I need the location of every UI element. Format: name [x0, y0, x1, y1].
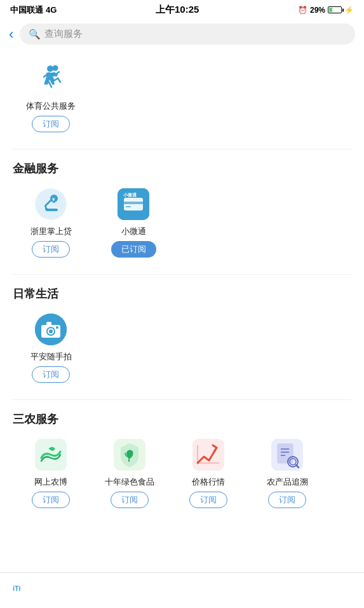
- svg-point-16: [56, 326, 58, 329]
- svg-rect-7: [124, 202, 143, 204]
- section-sannong: 三农服务: [13, 411, 351, 508]
- list-item: 农产品追溯 订阅: [249, 437, 325, 508]
- nongchanpin-zhuisu-icon: [269, 437, 305, 473]
- zhangli-loan-icon: ¥: [33, 186, 69, 222]
- daily-title: 日常生活: [13, 286, 351, 301]
- svg-point-2: [36, 189, 66, 219]
- list-item: 网上农博 订阅: [13, 437, 89, 508]
- bottom-bar: iTi: [0, 572, 364, 608]
- xiaoweitong-subscribed-button[interactable]: 已订阅: [111, 241, 156, 258]
- svg-rect-8: [126, 206, 131, 207]
- search-icon: 🔍: [29, 29, 41, 40]
- back-button[interactable]: ‹: [9, 27, 13, 41]
- svg-text:¥: ¥: [52, 197, 55, 202]
- nongchanpin-zhuisu-name: 农产品追溯: [267, 476, 308, 488]
- jiage-hangqing-name: 价格行情: [192, 476, 225, 488]
- xiaoweitong-name: 小微通: [121, 226, 146, 237]
- shinian-lvseshi-subscribe-button[interactable]: 订阅: [111, 492, 149, 508]
- svg-rect-15: [46, 322, 51, 326]
- sports-public-icon: [33, 61, 69, 97]
- main-content: 体育公共服务 订阅 金融服务 ¥: [0, 61, 364, 559]
- wangshang-nongbo-icon: [33, 437, 69, 473]
- sannong-title: 三农服务: [13, 411, 351, 427]
- nav-bar: ‹ 🔍 查询服务: [0, 18, 364, 50]
- divider-sannong: [13, 399, 351, 400]
- section-sports: 体育公共服务 订阅: [13, 61, 351, 137]
- bottom-label: iTi: [13, 584, 21, 592]
- pingan-shoot-name: 平安随手拍: [30, 351, 72, 363]
- nongchanpin-zhuisu-subscribe-button[interactable]: 订阅: [268, 492, 306, 508]
- list-item: ¥ 浙里掌上贷 订阅: [13, 186, 89, 258]
- svg-point-1: [47, 66, 53, 72]
- daily-grid: 平安随手拍 订阅: [13, 312, 351, 388]
- sports-public-name: 体育公共服务: [26, 100, 76, 112]
- svg-point-14: [49, 329, 53, 333]
- shinian-lvseshi-icon: [112, 437, 147, 473]
- svg-text:小微通: 小微通: [123, 192, 137, 198]
- status-carrier: 中国联通 4G: [10, 4, 57, 16]
- jiage-hangqing-subscribe-button[interactable]: 订阅: [189, 492, 227, 508]
- pingan-shoot-subscribe-button[interactable]: 订阅: [32, 366, 70, 383]
- search-bar[interactable]: 🔍 查询服务: [20, 24, 355, 45]
- status-right: ⏰ 29% ⚡: [298, 6, 354, 15]
- divider-daily: [13, 274, 351, 275]
- battery-icon: [328, 6, 342, 13]
- section-finance: 金融服务 ¥ 浙里掌上贷 订阅: [13, 161, 351, 263]
- wangshang-nongbo-name: 网上农博: [34, 476, 67, 488]
- section-daily: 日常生活: [13, 286, 351, 388]
- status-bar: 中国联通 4G 上午10:25 ⏰ 29% ⚡: [0, 0, 364, 18]
- list-item: 体育公共服务 订阅: [13, 61, 89, 132]
- list-item: 价格行情 订阅: [170, 437, 246, 508]
- finance-grid: ¥ 浙里掌上贷 订阅: [13, 186, 351, 263]
- pingan-shoot-icon: [33, 312, 69, 347]
- status-time: 上午10:25: [156, 4, 199, 16]
- search-placeholder: 查询服务: [44, 28, 83, 40]
- sports-public-subscribe-button[interactable]: 订阅: [32, 116, 70, 132]
- sports-grid: 体育公共服务 订阅: [13, 61, 351, 137]
- sannong-grid: 网上农博 订阅: [13, 437, 351, 508]
- list-item: 十年绿色食品 订阅: [91, 437, 168, 508]
- jiage-hangqing-icon: [191, 437, 226, 473]
- wangshang-nongbo-subscribe-button[interactable]: 订阅: [32, 492, 70, 508]
- list-item: 小微通 小微通 已订阅: [95, 186, 172, 258]
- zhangli-loan-subscribe-button[interactable]: 订阅: [32, 241, 70, 258]
- divider-finance: [13, 149, 351, 149]
- zhangli-loan-name: 浙里掌上贷: [30, 226, 72, 237]
- finance-title: 金融服务: [13, 161, 351, 176]
- list-item: 平安随手拍 订阅: [13, 312, 89, 383]
- shinian-lvseshi-name: 十年绿色食品: [105, 476, 154, 488]
- xiaoweitong-icon: 小微通: [116, 186, 151, 222]
